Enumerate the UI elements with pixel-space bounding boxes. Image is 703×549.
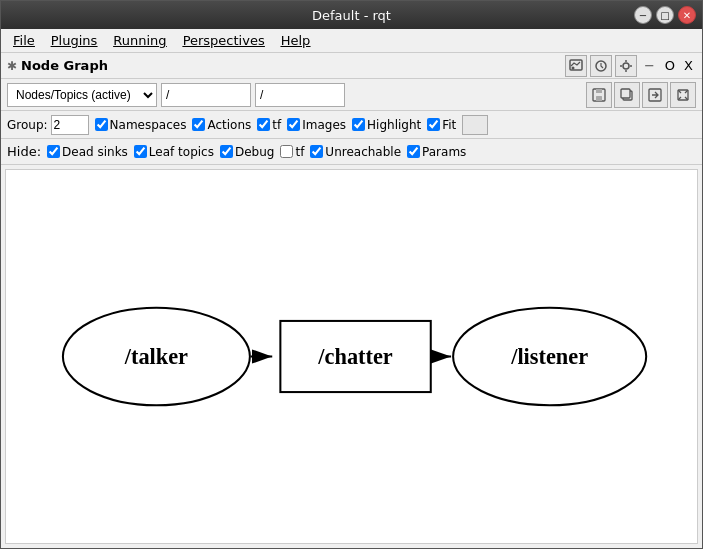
debug-label[interactable]: Debug <box>220 145 274 159</box>
menu-help-label: Help <box>281 33 311 48</box>
tf-hide-checkbox[interactable] <box>280 145 293 158</box>
menu-plugins[interactable]: Plugins <box>43 31 106 50</box>
menu-perspectives[interactable]: Perspectives <box>175 31 273 50</box>
fit-label: Fit <box>442 118 456 132</box>
debug-checkbox[interactable] <box>220 145 233 158</box>
menu-running[interactable]: Running <box>105 31 174 50</box>
window-title: Default - rqt <box>312 8 391 23</box>
leaf-topics-checkbox[interactable] <box>134 145 147 158</box>
view-mode-dropdown[interactable]: Nodes/Topics (active) Nodes only Topics … <box>7 83 157 107</box>
tf-hide-label[interactable]: tf <box>280 145 304 159</box>
svg-rect-5 <box>596 89 602 93</box>
actions-label: Actions <box>207 118 251 132</box>
dead-sinks-label[interactable]: Dead sinks <box>47 145 128 159</box>
talker-label: /talker <box>124 344 188 369</box>
graph-canvas[interactable]: /talker /chatter /listener <box>5 169 698 544</box>
leaf-topics-text: Leaf topics <box>149 145 214 159</box>
x-button[interactable]: X <box>681 58 696 73</box>
subbar-icon2[interactable] <box>590 55 612 77</box>
unreachable-checkbox[interactable] <box>310 145 323 158</box>
images-label: Images <box>302 118 346 132</box>
hide-label: Hide: <box>7 144 41 159</box>
actions-checkbox-label[interactable]: Actions <box>192 118 251 132</box>
params-label[interactable]: Params <box>407 145 466 159</box>
detach-button[interactable]: O <box>662 58 678 73</box>
dead-sinks-text: Dead sinks <box>62 145 128 159</box>
main-window: Default - rqt − □ ✕ File Plugins Running… <box>0 0 703 549</box>
filter1-input[interactable] <box>161 83 251 107</box>
unreachable-label[interactable]: Unreachable <box>310 145 401 159</box>
highlight-label: Highlight <box>367 118 421 132</box>
minimize-button[interactable]: − <box>634 6 652 24</box>
namespaces-label: Namespaces <box>110 118 187 132</box>
filter2-input[interactable] <box>255 83 345 107</box>
titlebar: Default - rqt − □ ✕ <box>1 1 702 29</box>
tf-checkbox-label[interactable]: tf <box>257 118 281 132</box>
svg-point-1 <box>571 66 574 69</box>
listener-label: /listener <box>510 344 588 369</box>
namespaces-checkbox-label[interactable]: Namespaces <box>95 118 187 132</box>
images-checkbox[interactable] <box>287 118 300 131</box>
params-checkbox[interactable] <box>407 145 420 158</box>
menubar: File Plugins Running Perspectives Help <box>1 29 702 53</box>
images-checkbox-label[interactable]: Images <box>287 118 346 132</box>
subbar-icon3[interactable] <box>615 55 637 77</box>
dead-sinks-checkbox[interactable] <box>47 145 60 158</box>
menu-running-label: Running <box>113 33 166 48</box>
unreachable-text: Unreachable <box>325 145 401 159</box>
graph-svg: /talker /chatter /listener <box>6 170 697 543</box>
copy-icon[interactable] <box>614 82 640 108</box>
subbar: ✱ Node Graph − O X <box>1 53 702 79</box>
fit-checkbox-label[interactable]: Fit <box>427 118 456 132</box>
fit-checkbox[interactable] <box>427 118 440 131</box>
menu-plugins-label: Plugins <box>51 33 98 48</box>
group-field: Group: <box>7 115 89 135</box>
svg-rect-6 <box>596 96 602 101</box>
toolbar: Nodes/Topics (active) Nodes only Topics … <box>1 79 702 111</box>
highlight-checkbox[interactable] <box>352 118 365 131</box>
subbar-icon1[interactable] <box>565 55 587 77</box>
tf-hide-text: tf <box>295 145 304 159</box>
subbar-icons: − O X <box>565 55 696 77</box>
hide-bar: Hide: Dead sinks Leaf topics Debug tf Un… <box>1 139 702 165</box>
save-icon[interactable] <box>586 82 612 108</box>
params-text: Params <box>422 145 466 159</box>
tf-checkbox[interactable] <box>257 118 270 131</box>
close-button[interactable]: ✕ <box>678 6 696 24</box>
debug-text: Debug <box>235 145 274 159</box>
leaf-topics-label[interactable]: Leaf topics <box>134 145 214 159</box>
svg-point-3 <box>623 63 629 69</box>
namespaces-checkbox[interactable] <box>95 118 108 131</box>
group-label: Group: <box>7 118 48 132</box>
actions-checkbox[interactable] <box>192 118 205 131</box>
svg-rect-8 <box>621 89 630 98</box>
chatter-label: /chatter <box>317 344 393 369</box>
tf-label: tf <box>272 118 281 132</box>
fit-icon[interactable] <box>670 82 696 108</box>
export-icon[interactable] <box>642 82 668 108</box>
dash-separator: − <box>644 58 655 73</box>
plugin-icon: ✱ <box>7 59 17 73</box>
highlight-checkbox-label[interactable]: Highlight <box>352 118 421 132</box>
menu-help[interactable]: Help <box>273 31 319 50</box>
maximize-button[interactable]: □ <box>656 6 674 24</box>
menu-file[interactable]: File <box>5 31 43 50</box>
menu-file-label: File <box>13 33 35 48</box>
menu-perspectives-label: Perspectives <box>183 33 265 48</box>
color-swatch[interactable] <box>462 115 488 135</box>
panel-title: Node Graph <box>21 58 108 73</box>
window-controls: − □ ✕ <box>634 6 696 24</box>
options-bar: Group: Namespaces Actions tf Images High… <box>1 111 702 139</box>
tool-icons <box>586 82 696 108</box>
group-spinner[interactable] <box>51 115 89 135</box>
